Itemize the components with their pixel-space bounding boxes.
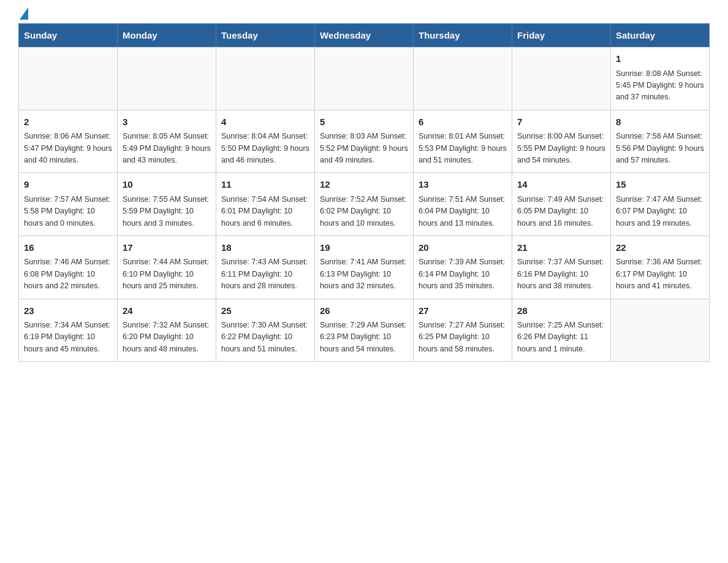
day-info: Sunrise: 7:44 AM Sunset: 6:10 PM Dayligh… [123, 256, 211, 292]
day-info: Sunrise: 8:05 AM Sunset: 5:49 PM Dayligh… [123, 131, 211, 166]
day-number: 28 [517, 304, 605, 318]
calendar-cell: 17Sunrise: 7:44 AM Sunset: 6:10 PM Dayli… [118, 236, 216, 299]
weekday-header-wednesday: Wednesday [315, 24, 414, 47]
calendar-cell: 25Sunrise: 7:30 AM Sunset: 6:22 PM Dayli… [216, 299, 315, 362]
calendar-cell: 15Sunrise: 7:47 AM Sunset: 6:07 PM Dayli… [611, 173, 710, 236]
day-number: 24 [123, 304, 211, 318]
weekday-header-sunday: Sunday [19, 24, 118, 47]
calendar-cell [118, 47, 216, 110]
day-number: 12 [320, 178, 408, 192]
calendar-week-row: 16Sunrise: 7:46 AM Sunset: 6:08 PM Dayli… [19, 236, 710, 299]
calendar-cell: 14Sunrise: 7:49 AM Sunset: 6:05 PM Dayli… [512, 173, 611, 236]
weekday-header-monday: Monday [118, 24, 216, 47]
calendar-cell: 28Sunrise: 7:25 AM Sunset: 6:26 PM Dayli… [512, 299, 611, 362]
calendar-cell: 7Sunrise: 8:00 AM Sunset: 5:55 PM Daylig… [512, 110, 611, 173]
day-number: 14 [517, 178, 605, 192]
day-info: Sunrise: 7:32 AM Sunset: 6:20 PM Dayligh… [123, 320, 211, 355]
weekday-header-thursday: Thursday [414, 24, 512, 47]
calendar-cell: 16Sunrise: 7:46 AM Sunset: 6:08 PM Dayli… [19, 236, 118, 299]
day-number: 13 [419, 178, 507, 192]
calendar-cell: 4Sunrise: 8:04 AM Sunset: 5:50 PM Daylig… [216, 110, 315, 173]
calendar-cell [611, 299, 710, 362]
day-number: 16 [24, 241, 112, 255]
logo-triangle-icon [20, 7, 28, 20]
calendar-cell [19, 47, 118, 110]
day-info: Sunrise: 7:46 AM Sunset: 6:08 PM Dayligh… [24, 256, 112, 292]
day-info: Sunrise: 8:01 AM Sunset: 5:53 PM Dayligh… [419, 131, 507, 166]
day-info: Sunrise: 8:06 AM Sunset: 5:47 PM Dayligh… [24, 131, 112, 166]
weekday-header-friday: Friday [512, 24, 611, 47]
day-number: 19 [320, 241, 408, 255]
calendar-cell: 11Sunrise: 7:54 AM Sunset: 6:01 PM Dayli… [216, 173, 315, 236]
day-number: 18 [221, 241, 309, 255]
day-info: Sunrise: 7:34 AM Sunset: 6:19 PM Dayligh… [24, 320, 112, 355]
day-info: Sunrise: 7:25 AM Sunset: 6:26 PM Dayligh… [517, 320, 605, 355]
day-number: 21 [517, 241, 605, 255]
calendar-cell: 1Sunrise: 8:08 AM Sunset: 5:45 PM Daylig… [611, 47, 710, 110]
day-number: 1 [616, 52, 704, 66]
calendar-cell [512, 47, 611, 110]
calendar-cell: 26Sunrise: 7:29 AM Sunset: 6:23 PM Dayli… [315, 299, 414, 362]
day-number: 2 [24, 115, 112, 129]
day-info: Sunrise: 8:04 AM Sunset: 5:50 PM Dayligh… [221, 131, 309, 166]
day-number: 27 [419, 304, 507, 318]
calendar-cell: 19Sunrise: 7:41 AM Sunset: 6:13 PM Dayli… [315, 236, 414, 299]
day-number: 3 [123, 115, 211, 129]
calendar-cell [315, 47, 414, 110]
day-info: Sunrise: 7:29 AM Sunset: 6:23 PM Dayligh… [320, 320, 408, 355]
calendar-cell: 23Sunrise: 7:34 AM Sunset: 6:19 PM Dayli… [19, 299, 118, 362]
day-info: Sunrise: 7:37 AM Sunset: 6:16 PM Dayligh… [517, 256, 605, 292]
calendar-cell: 3Sunrise: 8:05 AM Sunset: 5:49 PM Daylig… [118, 110, 216, 173]
calendar-cell: 13Sunrise: 7:51 AM Sunset: 6:04 PM Dayli… [414, 173, 512, 236]
day-number: 5 [320, 115, 408, 129]
calendar-cell: 5Sunrise: 8:03 AM Sunset: 5:52 PM Daylig… [315, 110, 414, 173]
day-info: Sunrise: 7:49 AM Sunset: 6:05 PM Dayligh… [517, 194, 605, 229]
day-number: 26 [320, 304, 408, 318]
day-number: 23 [24, 304, 112, 318]
calendar-cell [216, 47, 315, 110]
day-info: Sunrise: 8:08 AM Sunset: 5:45 PM Dayligh… [616, 68, 704, 104]
day-info: Sunrise: 8:00 AM Sunset: 5:55 PM Dayligh… [517, 131, 605, 166]
weekday-header-row: SundayMondayTuesdayWednesdayThursdayFrid… [19, 24, 710, 47]
day-info: Sunrise: 7:54 AM Sunset: 6:01 PM Dayligh… [221, 194, 309, 229]
page-header [18, 12, 710, 17]
weekday-header-tuesday: Tuesday [216, 24, 315, 47]
day-number: 4 [221, 115, 309, 129]
calendar-cell [414, 47, 512, 110]
calendar-cell: 21Sunrise: 7:37 AM Sunset: 6:16 PM Dayli… [512, 236, 611, 299]
calendar-week-row: 9Sunrise: 7:57 AM Sunset: 5:58 PM Daylig… [19, 173, 710, 236]
day-number: 10 [123, 178, 211, 192]
calendar-table: SundayMondayTuesdayWednesdayThursdayFrid… [18, 23, 710, 362]
day-info: Sunrise: 7:39 AM Sunset: 6:14 PM Dayligh… [419, 256, 507, 292]
calendar-cell: 12Sunrise: 7:52 AM Sunset: 6:02 PM Dayli… [315, 173, 414, 236]
day-info: Sunrise: 7:27 AM Sunset: 6:25 PM Dayligh… [419, 320, 507, 355]
calendar-week-row: 1Sunrise: 8:08 AM Sunset: 5:45 PM Daylig… [19, 47, 710, 110]
calendar-cell: 10Sunrise: 7:55 AM Sunset: 5:59 PM Dayli… [118, 173, 216, 236]
day-info: Sunrise: 7:30 AM Sunset: 6:22 PM Dayligh… [221, 320, 309, 355]
calendar-cell: 2Sunrise: 8:06 AM Sunset: 5:47 PM Daylig… [19, 110, 118, 173]
day-number: 15 [616, 178, 704, 192]
day-number: 22 [616, 241, 704, 255]
day-info: Sunrise: 7:52 AM Sunset: 6:02 PM Dayligh… [320, 194, 408, 229]
day-number: 8 [616, 115, 704, 129]
calendar-cell: 27Sunrise: 7:27 AM Sunset: 6:25 PM Dayli… [414, 299, 512, 362]
day-info: Sunrise: 7:55 AM Sunset: 5:59 PM Dayligh… [123, 194, 211, 229]
calendar-cell: 8Sunrise: 7:58 AM Sunset: 5:56 PM Daylig… [611, 110, 710, 173]
day-info: Sunrise: 7:51 AM Sunset: 6:04 PM Dayligh… [419, 194, 507, 229]
calendar-cell: 18Sunrise: 7:43 AM Sunset: 6:11 PM Dayli… [216, 236, 315, 299]
day-info: Sunrise: 7:36 AM Sunset: 6:17 PM Dayligh… [616, 256, 704, 292]
calendar-week-row: 23Sunrise: 7:34 AM Sunset: 6:19 PM Dayli… [19, 299, 710, 362]
day-info: Sunrise: 7:57 AM Sunset: 5:58 PM Dayligh… [24, 194, 112, 229]
day-number: 11 [221, 178, 309, 192]
day-number: 17 [123, 241, 211, 255]
weekday-header-saturday: Saturday [611, 24, 710, 47]
calendar-week-row: 2Sunrise: 8:06 AM Sunset: 5:47 PM Daylig… [19, 110, 710, 173]
day-info: Sunrise: 7:43 AM Sunset: 6:11 PM Dayligh… [221, 256, 309, 292]
calendar-cell: 22Sunrise: 7:36 AM Sunset: 6:17 PM Dayli… [611, 236, 710, 299]
calendar-cell: 20Sunrise: 7:39 AM Sunset: 6:14 PM Dayli… [414, 236, 512, 299]
day-number: 25 [221, 304, 309, 318]
day-info: Sunrise: 7:47 AM Sunset: 6:07 PM Dayligh… [616, 194, 704, 229]
day-number: 20 [419, 241, 507, 255]
calendar-cell: 9Sunrise: 7:57 AM Sunset: 5:58 PM Daylig… [19, 173, 118, 236]
calendar-cell: 6Sunrise: 8:01 AM Sunset: 5:53 PM Daylig… [414, 110, 512, 173]
